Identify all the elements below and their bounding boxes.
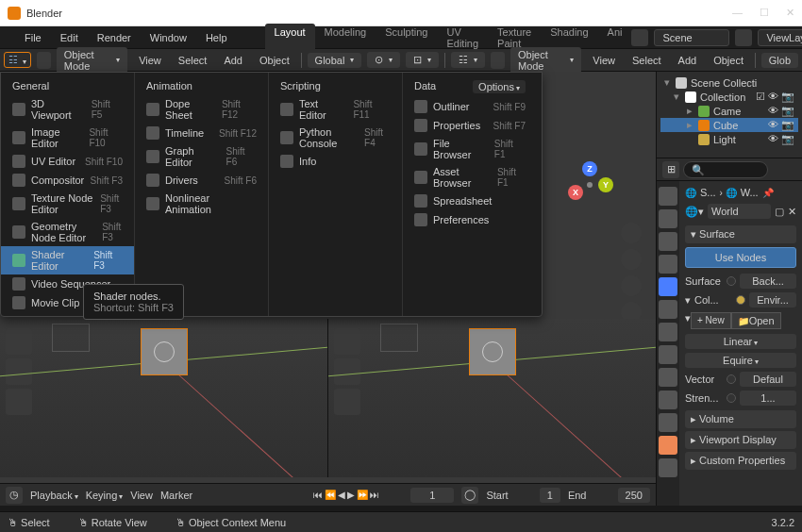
section-viewport[interactable]: ▸ Viewport Display	[685, 431, 796, 449]
viewport-area[interactable]: General 3D ViewportShift F5 Image Editor…	[0, 72, 656, 506]
jump-start-icon[interactable]: ⏮	[313, 490, 323, 500]
cube-object-2[interactable]	[469, 328, 516, 375]
tab-render[interactable]	[659, 187, 677, 206]
tab-sculpting[interactable]: Sculpting	[376, 24, 437, 52]
menu-shadereditor[interactable]: Shader EditorShift F3	[1, 246, 134, 274]
orientation-select[interactable]: Global	[308, 53, 362, 68]
surface-value[interactable]: Back...	[740, 274, 796, 289]
cube-object[interactable]	[141, 328, 188, 375]
vector-value[interactable]: Defaul	[740, 372, 796, 387]
tool-move[interactable]	[6, 358, 32, 385]
new-button[interactable]: + New	[691, 312, 731, 329]
outliner-cube[interactable]: ▸Cube👁 📷	[660, 118, 798, 132]
mode-icon[interactable]	[37, 52, 51, 69]
prop-editor-icon[interactable]: ⊞	[662, 161, 679, 178]
tab-object[interactable]	[659, 300, 677, 319]
tab-modifier[interactable]	[659, 323, 677, 341]
viewport-right[interactable]	[328, 319, 656, 477]
tab-modeling[interactable]: Modeling	[315, 24, 376, 52]
menu-dopesheet[interactable]: Dope SheetShift F12	[135, 95, 268, 124]
menu-outliner[interactable]: OutlinerShift F9	[403, 97, 537, 116]
menu-timeline[interactable]: TimelineShift F12	[135, 124, 268, 142]
menu-filebrowser[interactable]: File BrowserShift F1	[403, 135, 537, 163]
menu-imageeditor[interactable]: Image EditorShift F10	[1, 124, 134, 152]
zoom-icon[interactable]	[621, 223, 642, 243]
section-custom[interactable]: ▸ Custom Properties	[685, 452, 796, 470]
viewlayer-icon[interactable]	[735, 29, 752, 46]
world-del-icon[interactable]: ✕	[788, 206, 796, 218]
tab-output[interactable]	[659, 209, 677, 228]
menu-edit[interactable]: Edit	[51, 29, 88, 46]
tb-add2[interactable]: Add	[673, 53, 703, 68]
menu-nla[interactable]: Nonlinear Animation	[135, 190, 268, 218]
outliner-camera[interactable]: ▸Came👁 📷	[660, 104, 798, 118]
tab-uvediting[interactable]: UV Editing	[437, 24, 488, 52]
pivot-select[interactable]: ⊙	[367, 52, 400, 68]
tb-select2[interactable]: Select	[627, 53, 667, 68]
play-rev-icon[interactable]: ◀	[338, 490, 345, 500]
menu-texturenode[interactable]: Texture Node EditorShift F3	[1, 190, 134, 218]
tl-keying[interactable]: Keying	[86, 490, 124, 501]
camera-icon[interactable]	[621, 275, 642, 296]
menu-help[interactable]: Help	[196, 29, 237, 46]
color-value[interactable]: Envir...	[749, 292, 796, 308]
mode2-icon[interactable]	[491, 52, 505, 69]
menu-compositor[interactable]: CompositorShift F3	[1, 171, 134, 190]
move-icon[interactable]	[621, 249, 642, 270]
linear-select[interactable]: Linear	[685, 334, 796, 349]
menu-drivers[interactable]: DriversShift F6	[135, 171, 268, 190]
menu-properties[interactable]: PropertiesShift F7	[403, 116, 537, 135]
tab-layout[interactable]: Layout	[265, 24, 315, 52]
world-datablock[interactable]: World	[708, 204, 771, 219]
tb-object2[interactable]: Object	[708, 53, 749, 68]
tool-move-2[interactable]	[334, 358, 360, 385]
menu-window[interactable]: Window	[141, 29, 196, 46]
world-new-icon[interactable]: ▢	[775, 206, 784, 218]
close-button[interactable]: ✕	[786, 7, 794, 19]
scene-field[interactable]: Scene	[654, 29, 729, 46]
tl-view[interactable]: View	[130, 490, 153, 501]
frame-end[interactable]: 250	[618, 488, 650, 503]
tab-material[interactable]	[659, 436, 677, 455]
frame-current[interactable]: 1	[410, 488, 454, 503]
tb-view[interactable]: View	[133, 53, 167, 68]
tool-cursor-2[interactable]	[334, 328, 360, 355]
outliner-light[interactable]: Light👁 📷	[660, 132, 798, 146]
camera-object-2[interactable]	[380, 324, 418, 352]
tab-viewlayer[interactable]	[659, 232, 677, 251]
tab-world[interactable]	[659, 277, 677, 296]
prop-search-input[interactable]	[683, 161, 768, 178]
outliner-collection[interactable]: ▾Collection☑ 👁 📷	[660, 90, 798, 104]
tab-constraint[interactable]	[659, 391, 677, 409]
viewlayer-field[interactable]: ViewLayer	[758, 29, 802, 46]
open-button[interactable]: 📁Open	[731, 312, 781, 329]
menu-file[interactable]: File	[15, 29, 51, 46]
menu-texteditor[interactable]: Text EditorShift F11	[269, 95, 402, 124]
play-icon[interactable]: ▶	[347, 490, 355, 500]
strength-value[interactable]: 1...	[740, 391, 796, 406]
tab-particle[interactable]	[659, 345, 677, 364]
menu-3dviewport[interactable]: 3D ViewportShift F5	[1, 95, 134, 124]
scene-icon[interactable]	[631, 29, 648, 46]
menu-pyconsole[interactable]: Python ConsoleShift F4	[269, 124, 402, 152]
options-btn[interactable]: Options	[473, 80, 526, 93]
menu-render[interactable]: Render	[88, 29, 141, 46]
menu-geometrynode[interactable]: Geometry Node EditorShift F3	[1, 218, 134, 246]
menu-assetbrowser[interactable]: Asset BrowserShift F1	[403, 163, 537, 191]
section-surface[interactable]: ▾ Surface	[685, 225, 796, 243]
gizmo-z[interactable]: Z	[582, 161, 597, 176]
tb-object[interactable]: Object	[254, 53, 295, 68]
mode2-select[interactable]: Object Mode	[510, 47, 581, 74]
gizmo-y[interactable]: Y	[598, 177, 613, 192]
tl-playback[interactable]: Playback	[30, 490, 78, 501]
tool-rotate[interactable]	[6, 389, 32, 415]
timeline-editor-icon[interactable]: ◷	[6, 487, 23, 504]
tb-view2[interactable]: View	[587, 53, 621, 68]
nav-gizmo[interactable]: Z Y X	[566, 161, 613, 208]
tab-texture[interactable]	[659, 458, 677, 477]
editor-type-select[interactable]: ☷	[4, 52, 31, 68]
menu-info[interactable]: Info	[269, 152, 402, 171]
tab-physics[interactable]	[659, 368, 677, 387]
tb-global2[interactable]: Glob	[761, 53, 798, 68]
frame-start[interactable]: 1	[540, 488, 560, 503]
